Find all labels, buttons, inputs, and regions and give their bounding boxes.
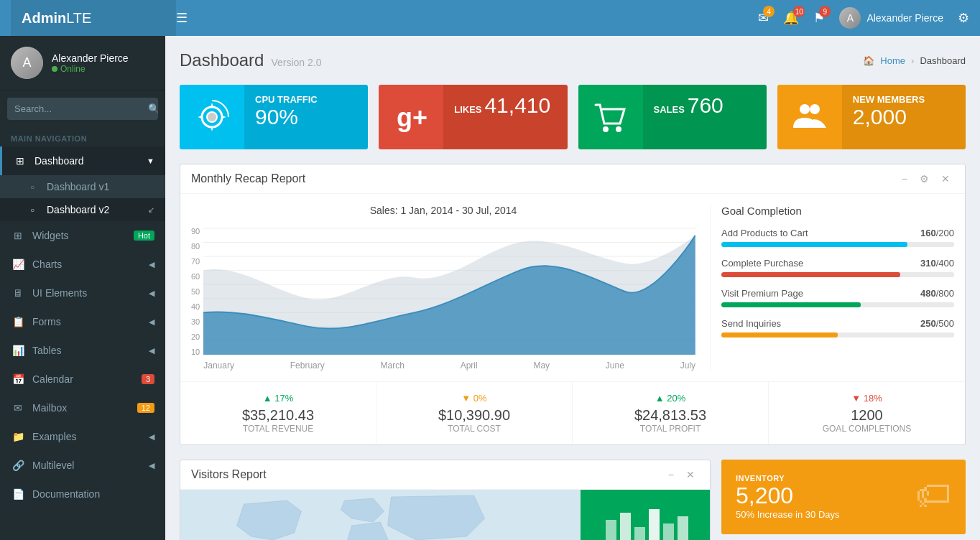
box-tools: − ⚙ ✕	[897, 172, 954, 186]
search-box: 🔍	[0, 90, 165, 127]
profit-value: $24,813.53	[587, 407, 754, 424]
multilevel-icon: 🔗	[11, 460, 25, 471]
calendar-icon: 📅	[11, 373, 25, 385]
messages-button[interactable]: ✉ 4	[758, 10, 769, 26]
logo: AdminLTE	[11, 0, 176, 36]
forms-icon: 📋	[11, 316, 25, 327]
sidebar-item-dashboard[interactable]: ⊞ Dashboard ▼	[0, 146, 165, 175]
svg-rect-22	[678, 516, 688, 540]
flags-button[interactable]: ⚑ 9	[813, 10, 825, 26]
inventory-label: INVENTORY	[736, 474, 840, 483]
sidebar-item-documentation[interactable]: 📄 Documentation	[0, 480, 165, 508]
svg-point-6	[800, 104, 810, 114]
visitors-close[interactable]: ✕	[682, 467, 699, 482]
ui-icon: 🖥	[11, 287, 25, 299]
alerts-button[interactable]: 🔔 10	[783, 10, 799, 26]
goal-item-1: Add Products to Cart 160/200	[721, 228, 954, 247]
sidebar-item-calendar[interactable]: 📅 Calendar 3	[0, 365, 165, 394]
cpu-icon-box	[180, 85, 244, 149]
chevron-right-icon-2: ◀	[149, 289, 154, 298]
svg-point-7	[810, 104, 820, 114]
breadcrumb-current: Dashboard	[920, 55, 966, 66]
inventory-box: INVENTORY 5,200 50% Increase in 30 Days …	[721, 460, 966, 534]
sidebar-item-examples[interactable]: 📁 Examples ◀	[0, 422, 165, 451]
goal-item-3: Visit Premium Page 480/800	[721, 288, 954, 307]
sidebar-item-forms[interactable]: 📋 Forms ◀	[0, 307, 165, 336]
visitors-body: 8390	[180, 490, 710, 540]
members-icon-box	[777, 85, 842, 149]
chevron-right-icon-3: ◀	[149, 317, 154, 327]
sidebar-item-charts[interactable]: 📈 Charts ◀	[0, 250, 165, 279]
close-button[interactable]: ✕	[937, 172, 954, 186]
sidebar-item-ui-elements[interactable]: 🖥 UI Elements ◀	[0, 279, 165, 307]
svg-point-5	[616, 126, 621, 132]
search-input[interactable]	[7, 98, 142, 120]
goal-item-2: Complete Purchase 310/400	[721, 258, 954, 277]
members-value: 2,000	[853, 105, 907, 129]
page-version: Version 2.0	[271, 57, 321, 68]
tables-icon: 📊	[11, 345, 25, 356]
sidebar-item-multilevel[interactable]: 🔗 Multilevel ◀	[0, 451, 165, 480]
calendar-badge: 3	[142, 374, 154, 384]
sidebar-item-dashboard-v2[interactable]: ○ Dashboard v2 ↙	[0, 198, 165, 221]
svg-rect-20	[649, 509, 660, 540]
dashboard-icon: ⊞	[13, 155, 27, 167]
sidebar-item-widgets[interactable]: ⊞ Widgets Hot	[0, 221, 165, 250]
info-box-likes: g+ LIKES 41,410	[379, 85, 567, 149]
alerts-badge: 10	[793, 6, 805, 17]
cart-icon	[593, 99, 629, 135]
visitors-minimize[interactable]: −	[664, 467, 678, 482]
svg-rect-17	[606, 520, 616, 540]
monthly-report-body: Sales: 1 Jan, 2014 - 30 Jul, 2014 90 80 …	[180, 194, 965, 381]
stat-cost: ▼ 0% $10,390.90 TOTAL COST	[376, 382, 573, 444]
header-nav-right: ✉ 4 🔔 10 ⚑ 9 A Alexander Pierce ⚙	[758, 7, 969, 29]
chevron-down-icon: ▼	[147, 157, 154, 165]
visitors-title: Visitors Report	[191, 468, 267, 481]
minimize-button[interactable]: −	[897, 172, 912, 186]
goals-label: GOAL COMPLETIONS	[783, 424, 951, 434]
user-panel: A Alexander Pierce Online	[0, 36, 165, 90]
bar-chart-mini	[602, 506, 688, 540]
svg-rect-18	[620, 513, 631, 540]
revenue-change: ▲ 17%	[195, 393, 361, 404]
chart-area: January February March April May June Ju…	[203, 227, 695, 371]
sales-label: SALES	[654, 104, 685, 115]
stat-profit: ▲ 20% $24,813.53 TOTAL PROFIT	[573, 382, 769, 444]
chart-title: Sales: 1 Jan, 2014 - 30 Jul, 2014	[191, 205, 695, 216]
goal-bar-1	[721, 242, 907, 247]
profit-change: ▲ 20%	[587, 393, 754, 404]
sidebar-item-dashboard-v1[interactable]: ○ Dashboard v1	[0, 175, 165, 198]
config-button[interactable]: ⚙	[915, 172, 933, 186]
visitors-box: Visitors Report − ✕	[180, 460, 711, 540]
chart-container: Sales: 1 Jan, 2014 - 30 Jul, 2014 90 80 …	[191, 205, 695, 371]
circle-icon: ○	[25, 183, 40, 191]
visitors-mini-chart: 8390	[581, 490, 710, 540]
inventory-note: 50% Increase in 30 Days	[736, 509, 840, 520]
sales-icon-box	[578, 85, 643, 149]
cursor-indicator: ↙	[148, 205, 154, 215]
dashboard-submenu: ○ Dashboard v1 ○ Dashboard v2 ↙	[0, 175, 165, 221]
profit-label: TOTAL PROFIT	[587, 424, 754, 434]
widgets-badge: Hot	[134, 231, 154, 241]
content-wrapper: Dashboard Version 2.0 🏠 Home › Dashboard	[165, 36, 980, 540]
content-header: Dashboard Version 2.0 🏠 Home › Dashboard	[180, 50, 966, 70]
hamburger-button[interactable]: ☰	[176, 10, 188, 26]
bottom-row: Visitors Report − ✕	[180, 460, 966, 540]
world-map-svg	[180, 490, 581, 540]
svg-rect-21	[663, 523, 674, 540]
breadcrumb-home[interactable]: Home	[880, 55, 905, 66]
user-menu[interactable]: A Alexander Pierce	[839, 7, 943, 29]
chevron-right-icon: ◀	[149, 260, 154, 269]
goal-completion: Goal Completion Add Products to Cart 160…	[710, 205, 954, 371]
settings-button[interactable]: ⚙	[958, 10, 969, 26]
search-button[interactable]: 🔍	[142, 98, 158, 120]
sidebar-item-mailbox[interactable]: ✉ Mailbox 12	[0, 394, 165, 422]
examples-icon: 📁	[11, 431, 25, 442]
header-avatar: A	[839, 7, 861, 29]
goal-bar-3	[721, 302, 861, 307]
gplus-icon: g+	[393, 99, 429, 135]
sidebar-item-tables[interactable]: 📊 Tables ◀	[0, 336, 165, 365]
cost-label: TOTAL COST	[391, 424, 558, 434]
info-box-members: NEW MEMBERS 2,000	[777, 85, 966, 149]
line-chart-svg	[203, 227, 695, 356]
